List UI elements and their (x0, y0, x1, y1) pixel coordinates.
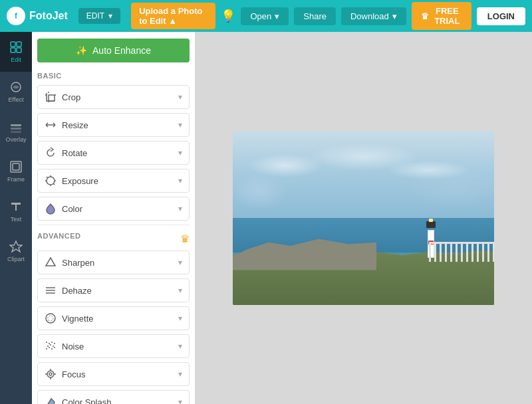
edit-dropdown[interactable]: EDIT ▾ (78, 8, 120, 24)
svg-point-13 (47, 177, 55, 185)
crop-tool[interactable]: Crop ▾ (37, 85, 190, 109)
canvas-area (195, 32, 532, 404)
svg-rect-7 (11, 131, 21, 133)
vignette-tool[interactable]: Vignette ▾ (37, 306, 190, 330)
noise-tool[interactable]: Noise ▾ (37, 334, 190, 358)
svg-rect-6 (11, 128, 21, 130)
chevron-down-icon: ▾ (178, 286, 182, 295)
basic-section-label: BASIC (37, 72, 190, 80)
auto-enhance-button[interactable]: ✨ Auto Enhance (37, 39, 190, 62)
svg-rect-27 (49, 343, 50, 344)
exposure-tool[interactable]: Exposure ▾ (37, 169, 190, 193)
sidebar-item-text[interactable]: Text (0, 191, 32, 231)
sparkle-icon: ✨ (76, 45, 87, 56)
color-splash-tool[interactable]: Color Splash ▾ (37, 390, 190, 404)
advanced-section-label: ADVANCED (37, 232, 81, 240)
svg-rect-28 (51, 342, 53, 343)
logo-area: f FotoJet (7, 7, 68, 25)
free-trial-button[interactable]: ♛ FREE TRIAL (412, 2, 471, 30)
svg-rect-9 (13, 163, 19, 170)
lightbulb-icon[interactable]: 💡 (221, 9, 235, 23)
sidebar-item-effect[interactable]: Effect (0, 72, 32, 112)
noise-icon (45, 340, 57, 352)
svg-line-18 (47, 177, 48, 178)
chevron-down-icon: ▾ (178, 258, 182, 267)
svg-rect-31 (50, 344, 51, 346)
sidebar-item-clipart[interactable]: Clipart (0, 231, 32, 271)
sidebar-item-frame[interactable]: Frame (0, 152, 32, 191)
color-tool[interactable]: Color ▾ (37, 197, 190, 221)
svg-marker-20 (46, 258, 55, 266)
svg-point-24 (46, 314, 55, 323)
chevron-down-icon: ▾ (178, 397, 182, 404)
svg-rect-1 (17, 42, 21, 47)
clipart-icon (9, 240, 23, 253)
svg-rect-35 (51, 348, 53, 350)
dehaze-icon (45, 284, 57, 296)
svg-rect-34 (49, 347, 50, 348)
photo-container (233, 131, 494, 305)
open-button[interactable]: Open ▾ (241, 7, 289, 25)
svg-rect-36 (54, 347, 55, 348)
rotate-tool[interactable]: Rotate ▾ (37, 141, 190, 165)
svg-rect-11 (49, 95, 55, 101)
main-area: Edit Effect Overlay Frame (0, 32, 532, 404)
lighthouse-top (426, 221, 436, 228)
chevron-down-icon: ▾ (178, 148, 182, 157)
resize-icon (45, 119, 57, 131)
vignette-icon (45, 312, 57, 324)
advanced-header: ADVANCED ♛ (37, 232, 190, 245)
top-navigation: f FotoJet EDIT ▾ Upload a Photo to Edit … (0, 0, 532, 32)
download-button[interactable]: Download ▾ (341, 7, 406, 25)
share-button[interactable]: Share (294, 7, 336, 25)
icon-sidebar: Edit Effect Overlay Frame (0, 32, 32, 404)
premium-crown-icon: ♛ (180, 233, 190, 245)
chevron-down-icon: ▾ (178, 176, 182, 185)
edit-icon (9, 41, 23, 54)
overlay-icon (9, 120, 23, 134)
resize-tool[interactable]: Resize ▾ (37, 113, 190, 137)
svg-rect-2 (11, 48, 15, 52)
lighthouse-light (429, 219, 433, 222)
svg-rect-5 (11, 124, 21, 126)
sidebar-item-overlay[interactable]: Overlay (0, 112, 32, 152)
svg-rect-30 (47, 346, 49, 347)
color-splash-icon (45, 396, 57, 404)
login-button[interactable]: LOGIN (477, 7, 525, 25)
svg-marker-10 (10, 241, 22, 252)
chevron-down-icon: ▾ (178, 120, 182, 130)
rotate-icon (45, 147, 57, 159)
svg-point-38 (49, 373, 52, 375)
sidebar-item-edit[interactable]: Edit (0, 32, 32, 72)
sharpen-icon (45, 256, 57, 268)
photo-image (233, 131, 494, 305)
logo-icon: f (7, 7, 25, 25)
focus-icon (45, 368, 57, 380)
tools-panel: ✨ Auto Enhance BASIC Crop ▾ (32, 32, 195, 404)
hint-arrow: ▲ (168, 16, 177, 26)
svg-point-37 (47, 371, 54, 377)
exposure-icon (45, 175, 57, 187)
svg-point-25 (48, 316, 53, 321)
svg-rect-33 (46, 348, 47, 350)
chevron-down-icon: ▾ (178, 369, 182, 379)
chevron-down-icon: ▾ (178, 92, 182, 102)
focus-tool[interactable]: Focus ▾ (37, 362, 190, 386)
frame-icon (9, 160, 23, 173)
color-icon (45, 203, 57, 215)
dehaze-tool[interactable]: Dehaze ▾ (37, 278, 190, 302)
clouds-layer (233, 140, 494, 227)
chevron-down-icon: ▾ (178, 342, 182, 351)
svg-rect-26 (46, 342, 47, 343)
upload-hint[interactable]: Upload a Photo to Edit ▲ (131, 3, 215, 29)
effect-icon (9, 80, 23, 94)
sharpen-tool[interactable]: Sharpen ▾ (37, 251, 190, 274)
crown-nav-icon: ♛ (421, 11, 429, 21)
crop-icon (45, 91, 57, 103)
svg-rect-3 (17, 48, 21, 52)
svg-rect-0 (11, 42, 15, 47)
text-icon (9, 200, 23, 213)
svg-rect-32 (53, 346, 54, 347)
svg-rect-29 (54, 343, 55, 344)
logo-text: FotoJet (29, 10, 68, 22)
